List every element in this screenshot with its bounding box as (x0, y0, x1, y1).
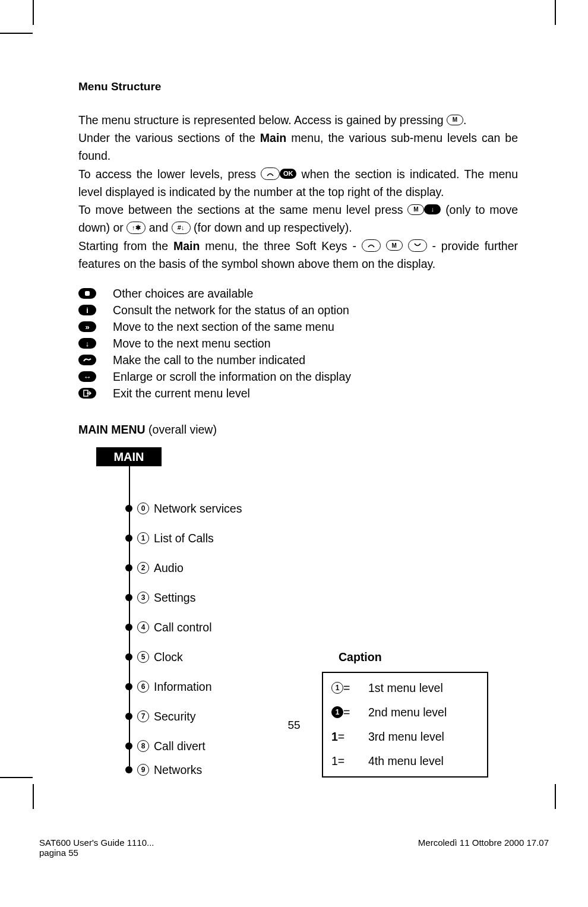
page-title: Menu Structure (78, 80, 518, 93)
exit-icon (78, 388, 96, 399)
down-icon: ↓ (78, 338, 96, 349)
crop-mark (33, 0, 34, 25)
menu-label: List of Calls (154, 532, 214, 545)
legend-text: Make the call to the number indicated (113, 353, 305, 367)
crop-mark (33, 784, 34, 809)
legend-row: ↓ Move to the next menu section (78, 337, 518, 350)
bullet-icon (125, 653, 132, 661)
menu-number-icon: 1 (137, 532, 149, 544)
menu-label: Call control (154, 621, 212, 634)
star-key-icon: ↑✱ (127, 222, 146, 234)
caption-row: 1 = 1st menu level (331, 681, 479, 695)
text: (for down and up respectively). (194, 221, 352, 234)
level1-symbol-icon: 1 (331, 682, 343, 694)
footer-left: SAT600 User's Guide 1110... pagina 55 (39, 838, 154, 858)
page-number: 55 (0, 719, 588, 732)
main-menu-title: MAIN MENU (overall view) (78, 423, 518, 437)
legend-row: Make the call to the number indicated (78, 353, 518, 367)
menu-item: 4 Call control (129, 621, 212, 634)
text: The menu structure is represented below.… (78, 113, 447, 127)
legend-text: Other choices are available (113, 287, 253, 301)
legend-row: » Move to the next section of the same m… (78, 320, 518, 334)
eq: = (343, 706, 350, 719)
crop-mark (555, 784, 556, 809)
m-key-icon: M (407, 204, 424, 215)
bullet-icon (125, 742, 132, 750)
text-bold: Main (173, 239, 200, 252)
other-choices-icon (78, 288, 96, 299)
legend-row: i Consult the network for the status of … (78, 304, 518, 317)
menu-number-icon: 3 (137, 592, 149, 603)
text: and (149, 221, 172, 234)
menu-label: Audio (154, 561, 184, 575)
menu-number-icon: 5 (137, 651, 149, 663)
legend-text: Move to the next menu section (113, 337, 271, 350)
hash-key-icon: #↓ (172, 222, 191, 234)
main-box: MAIN (96, 447, 162, 466)
bullet-icon (125, 564, 132, 571)
text: (overall view) (146, 423, 217, 436)
menu-item: 0 Network services (129, 502, 242, 516)
menu-number-icon: 6 (137, 681, 149, 693)
caption-desc: 1st menu level (368, 681, 443, 695)
icon-legend: Other choices are available i Consult th… (78, 287, 518, 400)
legend-text: Exit the current menu level (113, 387, 250, 400)
page-content: Menu Structure The menu structure is rep… (78, 80, 518, 780)
menu-number-icon: 4 (137, 621, 149, 633)
text: . (463, 113, 466, 127)
bullet-icon (125, 594, 132, 601)
menu-label: Clock (154, 650, 183, 664)
m-key-icon: M (447, 115, 463, 125)
level4-symbol: 1 (331, 754, 338, 768)
menu-item: 1 List of Calls (129, 532, 214, 545)
paragraph: Under the various sections of the Main m… (78, 129, 518, 165)
next-section-icon: » (78, 321, 96, 332)
caption-row: 1 = 4th menu level (331, 754, 479, 768)
menu-label: Settings (154, 591, 195, 605)
bullet-icon (125, 624, 132, 631)
footer-text: pagina 55 (39, 848, 154, 858)
ok-pill-icon: OK (280, 169, 296, 179)
eq: = (343, 681, 350, 695)
menu-item: 9 Networks (129, 763, 202, 777)
down-pill-icon: ↓ (424, 204, 441, 214)
softkey-left-icon (261, 168, 280, 180)
menu-number-icon: 8 (137, 740, 149, 752)
crop-mark (0, 33, 33, 34)
text: Starting from the (78, 239, 173, 252)
menu-label: Network services (154, 502, 242, 516)
eq: = (338, 754, 344, 768)
call-icon (78, 355, 96, 365)
footer-text: SAT600 User's Guide 1110... (39, 838, 154, 848)
bullet-icon (125, 505, 132, 512)
legend-text: Move to the next section of the same men… (113, 320, 334, 334)
text-bold: MAIN MENU (78, 423, 146, 436)
menu-number-icon: 2 (137, 562, 149, 574)
legend-text: Consult the network for the status of an… (113, 304, 349, 317)
paragraph: To access the lower levels, press OK whe… (78, 165, 518, 201)
footer-right: Mercoledì 11 Ottobre 2000 17.07 (418, 838, 549, 848)
menu-label: Call divert (154, 739, 206, 753)
text: To access the lower levels, press (78, 168, 261, 181)
menu-number-icon: 0 (137, 503, 149, 514)
bullet-icon (125, 766, 132, 773)
menu-item: 5 Clock (129, 650, 183, 664)
menu-label: Networks (154, 763, 202, 777)
legend-row: Exit the current menu level (78, 387, 518, 400)
caption-desc: 3rd menu level (368, 730, 444, 744)
menu-item: 2 Audio (129, 561, 184, 575)
caption-row: 1 = 2nd menu level (331, 706, 479, 719)
intro-paragraph: The menu structure is represented below.… (78, 111, 518, 129)
menu-item: 3 Settings (129, 591, 195, 605)
paragraph: Starting from the Main menu, the three S… (78, 237, 518, 273)
text: To move between the sections at the same… (78, 203, 407, 216)
legend-row: ↔ Enlarge or scroll the information on t… (78, 370, 518, 384)
menu-label: Information (154, 680, 212, 694)
bullet-icon (125, 535, 132, 542)
caption-row: 1 = 3rd menu level (331, 730, 479, 744)
bullet-icon (125, 683, 132, 690)
crop-mark (0, 777, 33, 778)
crop-mark (555, 0, 556, 25)
caption-desc: 2nd menu level (368, 706, 447, 719)
caption-title: Caption (339, 650, 382, 664)
